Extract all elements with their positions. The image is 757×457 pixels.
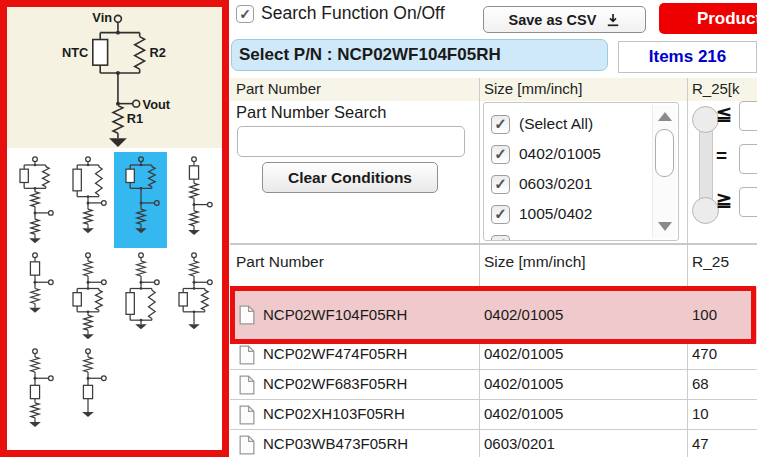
- download-icon: [606, 13, 620, 27]
- save-as-csv-label: Save as CSV: [509, 12, 597, 28]
- vout-label: Vout: [143, 97, 171, 112]
- circuit-panel: Vin NTC R2 Vout R1: [0, 0, 229, 457]
- filter-header-size: Size [mm/inch]: [484, 80, 582, 97]
- size-option-checkbox[interactable]: ✓: [491, 205, 510, 224]
- cell-part-number: NCP02WF683F05RH: [263, 375, 407, 392]
- size-option-checkbox[interactable]: ✓: [491, 115, 510, 134]
- lte-operator: ≦: [716, 102, 732, 125]
- table-row[interactable]: NCP02XH103F05RH 0402/01005 10: [230, 400, 757, 430]
- r25-max-input[interactable]: [739, 101, 757, 131]
- scrollbar-thumb[interactable]: [655, 129, 674, 177]
- circuit-thumbnails: [7, 148, 222, 440]
- part-number-search-label: Part Number Search: [236, 103, 386, 122]
- document-icon: [239, 305, 255, 329]
- circuit-thumbnail-9[interactable]: [8, 344, 61, 440]
- cell-r25: 100: [692, 306, 717, 323]
- size-list-scrollbar[interactable]: [652, 105, 676, 238]
- gte-operator: ≧: [716, 188, 732, 211]
- eq-operator: =: [716, 145, 727, 167]
- size-option-select-all[interactable]: ✓ (Select All): [491, 109, 593, 139]
- r25-eq-input[interactable]: [739, 144, 757, 174]
- size-option-0402[interactable]: ✓ 0402/01005: [491, 139, 601, 169]
- selected-pn-banner: Select P/N : NCP02WF104F05RH: [231, 39, 608, 71]
- filter-table-separator: [230, 243, 757, 245]
- cell-r25: 68: [692, 375, 709, 392]
- size-option-label: (Select All): [519, 115, 593, 133]
- scroll-down-icon[interactable]: [658, 222, 672, 231]
- size-option-checkbox[interactable]: ✓: [491, 145, 510, 164]
- ntc-label: NTC: [62, 45, 88, 60]
- cell-size: 0402/01005: [484, 405, 563, 422]
- size-option-partial[interactable]: ✓: [491, 229, 510, 241]
- table-row[interactable]: NCP03WB473F05RH 0603/0201 47: [230, 430, 757, 457]
- size-option-checkbox[interactable]: ✓: [491, 235, 510, 242]
- r1-label: R1: [127, 111, 143, 126]
- save-as-csv-button[interactable]: Save as CSV: [483, 6, 646, 33]
- cell-size: 0402/01005: [484, 345, 563, 362]
- table-row[interactable]: NCP02WF474F05RH 0402/01005 470: [230, 340, 757, 370]
- product-button[interactable]: Product: [659, 3, 757, 34]
- size-option-1005[interactable]: ✓ 1005/0402: [491, 199, 592, 229]
- cell-size: 0603/0201: [484, 435, 555, 452]
- size-filter-listbox: ✓ (Select All) ✓ 0402/01005 ✓ 0603/0201 …: [483, 102, 679, 241]
- size-option-0603[interactable]: ✓ 0603/0201: [491, 169, 592, 199]
- scroll-up-icon[interactable]: [658, 112, 672, 121]
- cell-size: 0402/01005: [484, 306, 563, 323]
- table-header-r25[interactable]: R_25: [692, 253, 729, 271]
- clear-conditions-button[interactable]: Clear Conditions: [262, 162, 438, 193]
- table-row[interactable]: NCP02WF683F05RH 0402/01005 68: [230, 370, 757, 400]
- size-option-label: 0402/01005: [519, 145, 601, 163]
- cell-r25: 470: [692, 345, 717, 362]
- search-function-label: Search Function On/Off: [261, 3, 445, 24]
- vin-label: Vin: [92, 10, 112, 25]
- size-option-label: 1005/0402: [519, 205, 592, 223]
- document-icon: [239, 375, 255, 399]
- cell-part-number: NCP03WB473F05RH: [263, 435, 408, 452]
- table-row-selected[interactable]: NCP02WF104F05RH 0402/01005 100: [230, 287, 757, 343]
- part-search-app: Vin NTC R2 Vout R1: [0, 0, 757, 457]
- filter-header-r25: R_25[k: [692, 80, 740, 97]
- cell-size: 0402/01005: [484, 375, 563, 392]
- r25-slider-handle-max[interactable]: [692, 106, 719, 133]
- document-icon: [239, 345, 255, 369]
- circuit-thumbnail-5[interactable]: [8, 248, 61, 344]
- r25-min-input[interactable]: [739, 187, 757, 217]
- circuit-thumbnail-4[interactable]: [167, 152, 220, 248]
- product-button-label: Product: [697, 9, 757, 29]
- search-function-checkbox[interactable]: ✓: [236, 5, 254, 23]
- filter-header-part-number: Part Number: [236, 80, 321, 97]
- r25-slider-handle-min[interactable]: [692, 197, 719, 224]
- circuit-thumbnail-6[interactable]: [61, 248, 114, 344]
- cell-part-number: NCP02WF104F05RH: [263, 306, 407, 323]
- circuit-thumbnail-8[interactable]: [167, 248, 220, 344]
- ntc-divider-circuit-svg: Vin NTC R2 Vout R1: [7, 7, 222, 148]
- cell-part-number: NCP02XH103F05RH: [263, 405, 405, 422]
- size-option-label: 0603/0201: [519, 175, 592, 193]
- circuit-thumbnail-2[interactable]: [61, 152, 114, 248]
- document-icon: [239, 435, 255, 457]
- cell-part-number: NCP02WF474F05RH: [263, 345, 407, 362]
- table-header-part-number[interactable]: Part Number: [236, 253, 324, 271]
- items-count: Items 216: [618, 41, 757, 73]
- circuit-thumbnail-3-selected[interactable]: [114, 152, 167, 248]
- table-header-size[interactable]: Size [mm/inch]: [484, 253, 586, 271]
- part-number-search-input[interactable]: [237, 126, 465, 157]
- cell-r25: 10: [692, 405, 709, 422]
- document-icon: [239, 405, 255, 429]
- circuit-thumbnail-1[interactable]: [8, 152, 61, 248]
- selected-circuit-diagram: Vin NTC R2 Vout R1: [7, 7, 222, 148]
- cell-r25: 47: [692, 435, 709, 452]
- size-option-checkbox[interactable]: ✓: [491, 175, 510, 194]
- circuit-thumbnail-10[interactable]: [61, 344, 114, 440]
- r2-label: R2: [150, 45, 166, 60]
- circuit-thumbnail-7[interactable]: [114, 248, 167, 344]
